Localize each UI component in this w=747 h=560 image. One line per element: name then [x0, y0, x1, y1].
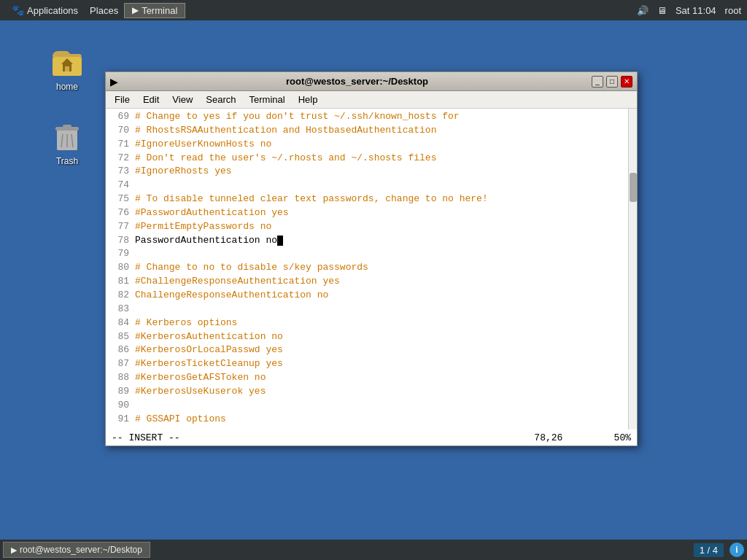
code-line-76: 76#PasswordAuthentication yes: [106, 206, 628, 220]
code-line-86: 86#KerberosOrLocalPasswd yes: [106, 343, 628, 357]
svg-rect-8: [63, 125, 71, 128]
terminal-window: ▶ root@westos_server:~/Desktop _ □ ✕ Fil…: [105, 71, 638, 446]
code-line-81: 81#ChallengeResponseAuthentication yes: [106, 275, 628, 289]
code-line-90: 90: [106, 399, 628, 413]
code-line-77: 77#PermitEmptyPasswords no: [106, 220, 628, 234]
maximize-button[interactable]: □: [606, 76, 618, 88]
editor-area[interactable]: 69# Change to yes if you don't trust ~/.…: [106, 109, 628, 429]
insert-mode: -- INSERT --: [112, 432, 534, 443]
code-line-87: 87#KerberosTicketCleanup yes: [106, 357, 628, 371]
code-line-73: 73#IgnoreRhosts yes: [106, 165, 628, 179]
desktop: home Trash ▶ root@westos_server: [0, 20, 747, 540]
code-line-88: 88#KerberosGetAFSToken no: [106, 371, 628, 385]
scrollbar[interactable]: [628, 109, 637, 429]
statusbar: -- INSERT -- 78,26 50%: [106, 429, 637, 446]
home-label: home: [56, 82, 78, 92]
user-label: root: [725, 5, 741, 16]
menu-search[interactable]: Search: [200, 93, 241, 106]
trash-bin-icon: [50, 118, 85, 153]
terminal-taskbar-btn[interactable]: ▶ Terminal: [124, 3, 185, 18]
menu-file[interactable]: File: [109, 93, 136, 106]
code-line-70: 70# RhostsRSAAuthentication and Hostbase…: [106, 124, 628, 138]
code-line-71: 71#IgnoreUserKnownHosts no: [106, 138, 628, 152]
top-panel: 🐾 Applications Places ▶ Terminal 🔊 🖥 Sat…: [0, 0, 747, 20]
minimize-button[interactable]: _: [592, 76, 603, 88]
code-line-79: 79: [106, 247, 628, 261]
terminal-icon: ▶: [132, 5, 139, 15]
code-line-72: 72# Don't read the user's ~/.rhosts and …: [106, 152, 628, 166]
taskbar-terminal-btn[interactable]: ▶ root@westos_server:~/Desktop: [3, 542, 150, 558]
network-icon[interactable]: 🖥: [657, 5, 667, 16]
taskbar-terminal-icon: ▶: [11, 545, 17, 555]
cursor-position: 78,26 50%: [534, 432, 631, 443]
code-line-84: 84# Kerberos options: [106, 316, 628, 330]
home-icon[interactable]: home: [38, 41, 96, 95]
title-icon: ▶: [110, 76, 118, 88]
menu-help[interactable]: Help: [293, 93, 324, 106]
info-icon[interactable]: i: [729, 542, 744, 557]
bottom-panel: ▶ root@westos_server:~/Desktop 1 / 4 i: [0, 540, 747, 560]
menu-edit[interactable]: Edit: [137, 93, 165, 106]
terminal-titlebar: ▶ root@westos_server:~/Desktop _ □ ✕: [106, 72, 637, 91]
places-menu[interactable]: Places: [84, 4, 124, 18]
code-line-91: 91# GSSAPI options: [106, 413, 628, 427]
code-line-69: 69# Change to yes if you don't trust ~/.…: [106, 110, 628, 124]
page-indicator: 1 / 4: [694, 543, 724, 557]
code-line-83: 83: [106, 303, 628, 316]
close-button[interactable]: ✕: [621, 76, 632, 88]
terminal-menubar: File Edit View Search Terminal Help: [106, 91, 637, 109]
code-line-89: 89#KerberosUseKuserok yes: [106, 385, 628, 399]
code-line-82: 82ChallengeResponseAuthentication no: [106, 289, 628, 303]
svg-rect-4: [65, 66, 69, 71]
terminal-content[interactable]: 69# Change to yes if you don't trust ~/.…: [106, 109, 637, 429]
code-line-78: 78PasswordAuthentication no: [106, 234, 628, 248]
code-lines: 69# Change to yes if you don't trust ~/.…: [106, 109, 628, 427]
folder-icon: [50, 44, 85, 79]
code-line-75: 75# To disable tunneled clear text passw…: [106, 192, 628, 206]
foot-icon: 🐾: [12, 4, 24, 16]
menu-terminal[interactable]: Terminal: [244, 93, 291, 106]
datetime-label: Sat 11:04: [676, 5, 716, 16]
applications-menu[interactable]: 🐾 Applications: [6, 3, 84, 18]
trash-icon[interactable]: Trash: [38, 115, 96, 169]
code-line-80: 80# Change to no to disable s/key passwo…: [106, 261, 628, 275]
code-line-85: 85#KerberosAuthentication no: [106, 330, 628, 344]
trash-label: Trash: [56, 156, 78, 166]
code-line-74: 74: [106, 179, 628, 192]
sound-icon[interactable]: 🔊: [637, 5, 649, 16]
terminal-title: root@westos_server:~/Desktop: [123, 76, 592, 87]
menu-view[interactable]: View: [166, 93, 198, 106]
